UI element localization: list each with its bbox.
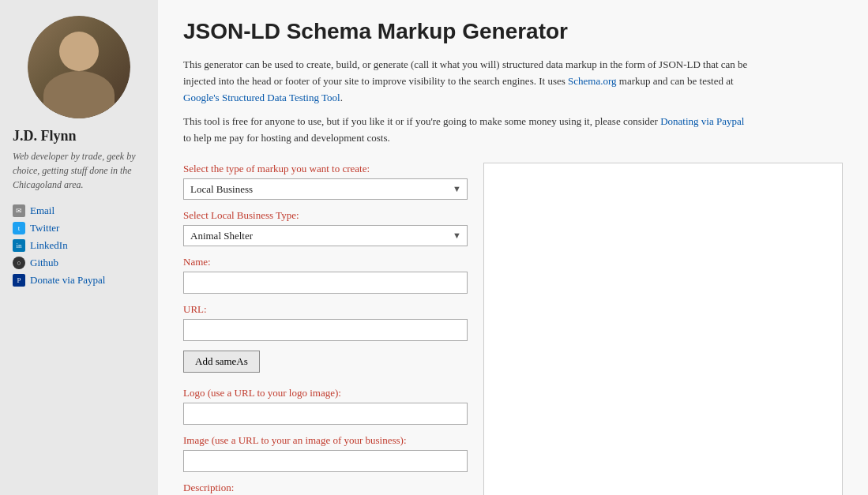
sameas-group: Add sameAs [183, 351, 468, 377]
linkedin-link-item[interactable]: in LinkedIn [13, 239, 145, 252]
markup-type-select[interactable]: Local Business Article Product Event Per… [183, 178, 468, 200]
author-name: J.D. Flynn [13, 128, 77, 144]
logo-label: Logo (use a URL to your logo image): [183, 387, 468, 399]
avatar-image [28, 16, 130, 118]
donate-link[interactable]: Donating via Paypal [660, 115, 744, 127]
name-input[interactable] [183, 272, 468, 294]
output-section [483, 163, 843, 495]
social-links: ✉ Email t Twitter in LinkedIn ○ Github P… [13, 204, 145, 291]
url-group: URL: [183, 303, 468, 341]
github-icon: ○ [13, 257, 25, 269]
name-label: Name: [183, 256, 468, 268]
url-label: URL: [183, 303, 468, 316]
description-para-1: This generator can be used to create, bu… [183, 57, 752, 106]
github-link-item[interactable]: ○ Github [13, 257, 145, 269]
logo-group: Logo (use a URL to your logo image): [183, 387, 468, 425]
business-type-group: Select Local Business Type: Animal Shelt… [183, 209, 468, 246]
image-group: Image (use a URL to your an image of you… [183, 434, 468, 472]
description-group: Description: [183, 482, 468, 495]
main-content: JSON-LD Schema Markup Generator This gen… [158, 0, 868, 495]
url-input[interactable] [183, 319, 468, 341]
testing-tool-link[interactable]: Google's Structured Data Testing Tool [183, 92, 340, 103]
twitter-link[interactable]: Twitter [30, 222, 59, 234]
logo-input[interactable] [183, 403, 468, 425]
name-group: Name: [183, 256, 468, 294]
sidebar: J.D. Flynn Web developer by trade, geek … [0, 0, 158, 495]
business-type-label: Select Local Business Type: [183, 209, 468, 222]
form-output-wrapper: Select the type of markup you want to cr… [183, 163, 843, 495]
email-icon: ✉ [13, 204, 25, 217]
image-input[interactable] [183, 450, 468, 472]
business-type-select[interactable]: Animal Shelter Accounting Service Aquari… [183, 225, 468, 246]
avatar [28, 16, 130, 118]
paypal-icon: P [13, 274, 25, 287]
author-bio: Web developer by trade, geek by choice, … [13, 149, 145, 192]
description-label: Description: [183, 482, 468, 494]
schema-org-link[interactable]: Schema.org [568, 75, 617, 87]
page-title: JSON-LD Schema Markup Generator [183, 19, 843, 44]
twitter-icon: t [13, 222, 25, 234]
github-link[interactable]: Github [30, 257, 58, 269]
markup-type-group: Select the type of markup you want to cr… [183, 163, 468, 200]
linkedin-link[interactable]: LinkedIn [30, 239, 68, 252]
image-label: Image (use a URL to your an image of you… [183, 434, 468, 447]
email-link-item[interactable]: ✉ Email [13, 204, 145, 217]
twitter-link-item[interactable]: t Twitter [13, 222, 145, 234]
description-para-2: This tool is free for anyone to use, but… [183, 114, 752, 147]
business-type-select-wrapper: Animal Shelter Accounting Service Aquari… [183, 225, 468, 246]
markup-type-select-wrapper: Local Business Article Product Event Per… [183, 178, 468, 200]
form-section: Select the type of markup you want to cr… [183, 163, 468, 495]
markup-type-label: Select the type of markup you want to cr… [183, 163, 468, 175]
email-link[interactable]: Email [30, 204, 54, 217]
add-sameas-button[interactable]: Add sameAs [183, 351, 260, 373]
linkedin-icon: in [13, 239, 25, 252]
paypal-link[interactable]: Donate via Paypal [30, 274, 105, 287]
paypal-link-item[interactable]: P Donate via Paypal [13, 274, 145, 287]
